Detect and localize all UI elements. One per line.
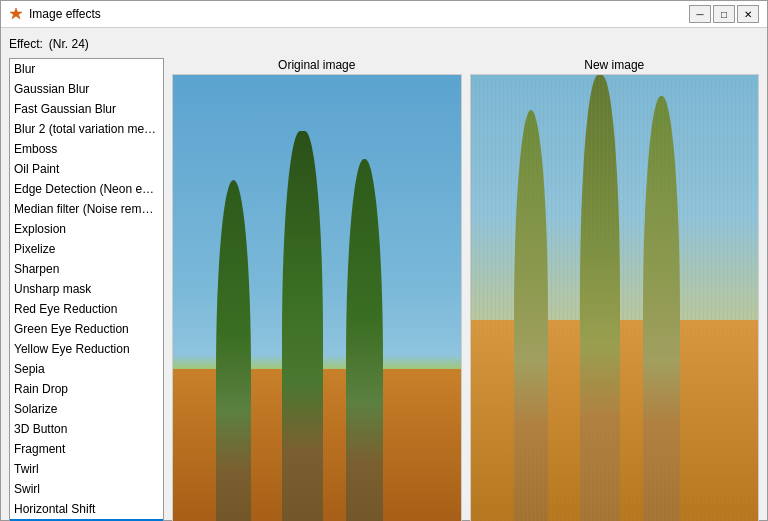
list-item[interactable]: Fast Gaussian Blur (10, 99, 163, 119)
maximize-button[interactable]: □ (713, 5, 735, 23)
list-item[interactable]: Twirl (10, 459, 163, 479)
vertical-lines-effect (471, 75, 759, 521)
effect-row: Effect: (Nr. 24) (9, 34, 759, 54)
list-item[interactable]: Swirl (10, 479, 163, 499)
list-item[interactable]: Median filter (Noise removal) (10, 199, 163, 219)
effect-label: Effect: (9, 37, 43, 51)
list-item[interactable]: Fragment (10, 439, 163, 459)
tree-center (282, 131, 322, 521)
new-image-container: New image (470, 58, 760, 521)
new-image-box (470, 74, 760, 521)
list-item[interactable]: Oil Paint (10, 159, 163, 179)
list-item[interactable]: 3D Button (10, 419, 163, 439)
main-area: BlurGaussian BlurFast Gaussian BlurBlur … (9, 58, 759, 521)
list-item[interactable]: Explosion (10, 219, 163, 239)
window-icon (9, 7, 23, 21)
minimize-button[interactable]: ─ (689, 5, 711, 23)
title-bar-left: Image effects (9, 7, 101, 21)
list-item[interactable]: Yellow Eye Reduction (10, 339, 163, 359)
content-area: Effect: (Nr. 24) BlurGaussian BlurFast G… (1, 28, 767, 521)
list-item[interactable]: Rain Drop (10, 379, 163, 399)
list-item[interactable]: Blur (10, 59, 163, 79)
effect-value: (Nr. 24) (49, 37, 89, 51)
right-panel: Original image (172, 58, 759, 521)
window-title: Image effects (29, 7, 101, 21)
list-item[interactable]: Gaussian Blur (10, 79, 163, 99)
effects-list[interactable]: BlurGaussian BlurFast Gaussian BlurBlur … (9, 58, 164, 521)
list-item[interactable]: Sepia (10, 359, 163, 379)
list-item[interactable]: Unsharp mask (10, 279, 163, 299)
new-image-label: New image (584, 58, 644, 72)
list-item[interactable]: Sharpen (10, 259, 163, 279)
images-row: Original image (172, 58, 759, 521)
main-window: Image effects ─ □ ✕ Effect: (Nr. 24) Blu… (0, 0, 768, 521)
original-image-display (173, 75, 461, 521)
left-panel: BlurGaussian BlurFast Gaussian BlurBlur … (9, 58, 164, 521)
tree-right (346, 159, 383, 521)
list-item[interactable]: Red Eye Reduction (10, 299, 163, 319)
tree-left (216, 180, 251, 521)
original-image-box (172, 74, 462, 521)
new-image-display (471, 75, 759, 521)
title-buttons: ─ □ ✕ (689, 5, 759, 23)
list-item[interactable]: Green Eye Reduction (10, 319, 163, 339)
close-button[interactable]: ✕ (737, 5, 759, 23)
svg-marker-0 (10, 8, 22, 19)
list-item[interactable]: Solarize (10, 399, 163, 419)
original-image-label: Original image (278, 58, 355, 72)
list-item[interactable]: Blur 2 (total variation method) (10, 119, 163, 139)
original-image-container: Original image (172, 58, 462, 521)
list-item[interactable]: Horizontal Shift (10, 499, 163, 519)
title-bar: Image effects ─ □ ✕ (1, 1, 767, 28)
list-item[interactable]: Emboss (10, 139, 163, 159)
list-item[interactable]: Edge Detection (Neon edge) (10, 179, 163, 199)
list-item[interactable]: Pixelize (10, 239, 163, 259)
